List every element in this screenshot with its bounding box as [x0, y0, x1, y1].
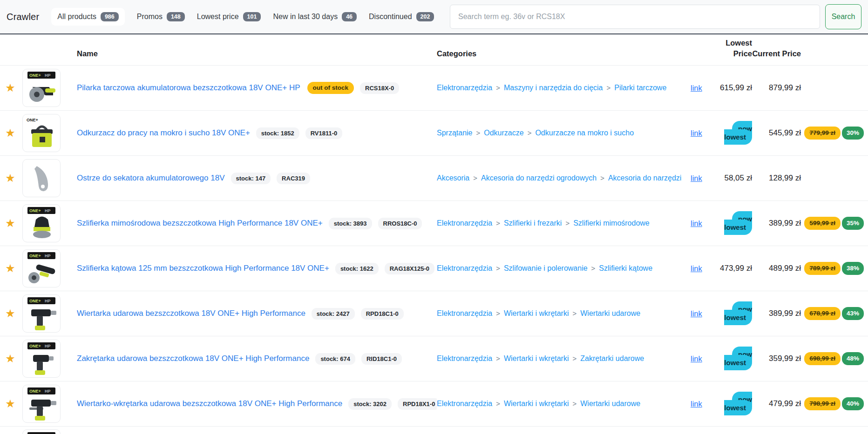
category-breadcrumb: Sprzątanie>Odkurzacze>Odkurzacze na mokr…: [437, 129, 691, 137]
product-link[interactable]: link: [691, 309, 702, 318]
product-link[interactable]: link: [691, 219, 702, 227]
old-price-badge: 698,99 zł: [804, 352, 841, 365]
favorite-star-icon[interactable]: ★: [5, 307, 15, 320]
promo-cell: 789,99 zł 38%: [801, 262, 864, 275]
svg-text:ONE+: ONE+: [29, 389, 41, 394]
product-image-drill: ONE+HP: [22, 294, 61, 333]
category-link[interactable]: Szlifierki i frezarki: [504, 219, 562, 227]
old-price-badge: 779,99 zł: [804, 127, 841, 140]
lowest-price: 58,05 zł: [724, 174, 752, 182]
product-link[interactable]: link: [691, 264, 702, 273]
product-name-link[interactable]: Odkurzacz do pracy na mokro i sucho 18V …: [77, 128, 250, 138]
category-link[interactable]: Elektronarzędzia: [437, 400, 492, 407]
column-header-name: Name: [77, 48, 437, 59]
favorite-star-icon[interactable]: ★: [5, 172, 15, 184]
category-link[interactable]: Akcesoria do narzędzi ogrodowych: [481, 174, 597, 182]
category-link[interactable]: Odkurzacze: [484, 129, 523, 137]
column-header-lowest-price: Lowest Price: [715, 38, 752, 59]
sku-badge: RID18C1-0: [361, 353, 402, 365]
category-link[interactable]: Elektronarzędzia: [437, 219, 492, 227]
favorite-star-icon[interactable]: ★: [5, 127, 15, 139]
category-link[interactable]: Akcesoria do narzędzi: [608, 174, 681, 182]
tab-lowest-price[interactable]: Lowest price101: [197, 12, 261, 22]
svg-text:ONE+: ONE+: [29, 208, 41, 213]
category-link[interactable]: Elektronarzędzia: [437, 354, 492, 362]
favorite-star-icon[interactable]: ★: [5, 81, 15, 94]
table-row: ★ ONE+HP Szlifierka kątowa 125 mm bezszc…: [0, 246, 868, 291]
product-name-link[interactable]: Pilarka tarczowa akumulatorowa bezszczot…: [77, 83, 300, 93]
favorite-star-icon[interactable]: ★: [5, 352, 15, 365]
old-price-badge: 789,99 zł: [804, 262, 841, 275]
tab-count-badge: 986: [101, 12, 119, 22]
lowest-price: 473,99 zł: [720, 264, 752, 273]
product-name-link[interactable]: Wiertarka udarowa bezszczotkowa 18V ONE+…: [77, 309, 305, 318]
column-header-categories: Categories: [437, 48, 691, 59]
product-link[interactable]: link: [691, 129, 702, 137]
breadcrumb-separator: >: [600, 174, 604, 182]
category-link[interactable]: Szlifowanie i polerowanie: [504, 264, 588, 272]
breadcrumb-separator: >: [573, 400, 577, 407]
category-link[interactable]: Odkurzacze na mokro i sucho: [535, 129, 634, 137]
product-link[interactable]: link: [691, 400, 702, 408]
now-lowest-badge: now lowest: [724, 392, 752, 415]
stock-badge: stock: 3202: [348, 398, 392, 410]
category-link[interactable]: Wiertarki udarowe: [580, 309, 640, 317]
lowest-price-cell: 58,05 zł: [715, 174, 752, 183]
product-name-link[interactable]: Ostrze do sekatora akumulatorowego 18V: [77, 174, 225, 183]
search-button[interactable]: Search: [825, 4, 861, 29]
column-header-current-price: Current Price: [752, 48, 801, 59]
current-price: 879,99 zł: [769, 83, 801, 92]
table-row: ★ ONE+HP Pilarka tarczowa akumulatorowa …: [0, 65, 868, 110]
category-link[interactable]: Szlifierki kątowe: [599, 264, 652, 272]
breadcrumb-separator: >: [565, 219, 570, 227]
product-name-link[interactable]: Zakrętarka udarowa bezszczotkowa 18V ONE…: [77, 354, 309, 363]
current-price: 489,99 zł: [769, 264, 801, 273]
category-link[interactable]: Szlifierki mimośrodowe: [573, 219, 650, 227]
category-link[interactable]: Wiertarki i wkrętarki: [504, 354, 569, 362]
sku-badge: RPD18X1-0: [398, 398, 437, 410]
category-link[interactable]: Wiertarki udarowe: [580, 400, 640, 407]
category-link[interactable]: Wiertarki i wkrętarki: [504, 309, 569, 317]
stock-badge: stock: 2427: [312, 308, 355, 320]
favorite-star-icon[interactable]: ★: [5, 262, 15, 274]
tab-all-products[interactable]: All products986: [51, 8, 124, 26]
product-link[interactable]: link: [691, 354, 702, 363]
tab-promos[interactable]: Promos148: [137, 12, 185, 22]
product-link[interactable]: link: [691, 84, 702, 92]
search-input[interactable]: [450, 5, 820, 29]
category-link[interactable]: Sprzątanie: [437, 129, 473, 137]
tab-count-badge: 202: [416, 12, 434, 22]
current-price: 389,99 zł: [769, 309, 801, 318]
product-name-link[interactable]: Wiertarko-wkrętarka udarowa bezszczotkow…: [77, 399, 342, 408]
favorite-star-icon[interactable]: ★: [5, 217, 15, 229]
category-link[interactable]: Pilarki tarczowe: [614, 84, 666, 92]
table-row: ★ ONE+HP Wiertarko-wkrętarka udarowa bez…: [0, 381, 868, 426]
category-link[interactable]: Zakrętarki udarowe: [580, 354, 644, 362]
tab-new-in-last-30-days[interactable]: New in last 30 days46: [273, 12, 357, 22]
out-of-stock-badge: out of stock: [307, 82, 354, 94]
product-name-link[interactable]: Szlifierka kątowa 125 mm bezszczotkowa H…: [77, 264, 329, 273]
now-lowest-badge: now lowest: [724, 121, 752, 145]
breadcrumb-separator: >: [496, 264, 500, 272]
table-row: ★ ONE+HP Wiertarka udarowa bezszczotkowa…: [0, 291, 868, 336]
lowest-price-cell: now lowest: [715, 215, 752, 232]
category-link[interactable]: Elektronarzędzia: [437, 84, 492, 92]
category-link[interactable]: Akcesoria: [437, 174, 469, 182]
category-breadcrumb: Elektronarzędzia>Wiertarki i wkrętarki>Z…: [437, 354, 691, 363]
svg-text:ONE+: ONE+: [29, 254, 41, 258]
svg-text:HP: HP: [45, 73, 51, 78]
category-link[interactable]: Wiertarki i wkrętarki: [504, 400, 569, 407]
topbar: Crawler All products986Promos148Lowest p…: [0, 0, 868, 34]
old-price-badge: 678,99 zł: [804, 307, 841, 320]
current-price: 359,99 zł: [769, 354, 801, 363]
discount-badge: 38%: [842, 262, 864, 275]
product-name-link[interactable]: Szlifierka mimośrodowa bezszczotkowa Hig…: [77, 219, 323, 228]
product-link[interactable]: link: [691, 174, 702, 182]
breadcrumb-separator: >: [496, 309, 500, 317]
tab-discontinued[interactable]: Discontinued202: [369, 12, 434, 22]
favorite-star-icon[interactable]: ★: [5, 397, 15, 410]
category-link[interactable]: Elektronarzędzia: [437, 264, 492, 272]
category-link[interactable]: Elektronarzędzia: [437, 309, 492, 317]
product-image-drill-driver: ONE+HP: [22, 429, 61, 434]
category-link[interactable]: Maszyny i narzędzia do cięcia: [504, 84, 603, 92]
